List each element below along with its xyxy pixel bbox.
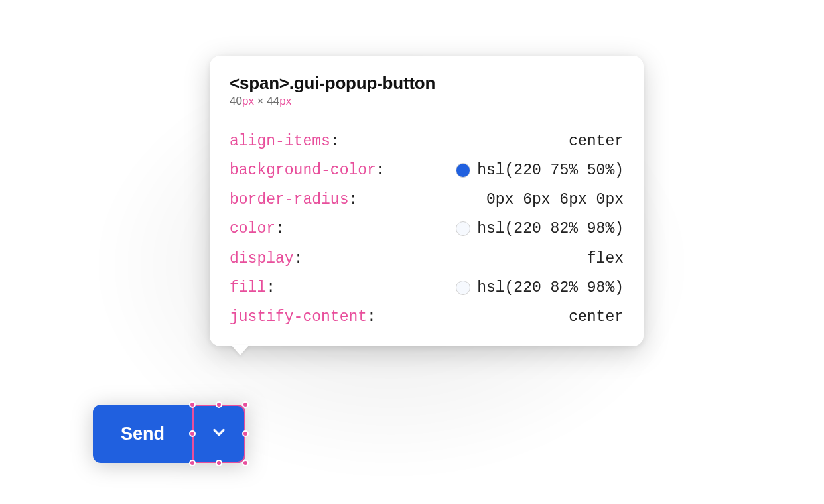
- dim-unit-w: px: [242, 95, 254, 107]
- css-property-value: hsl(220 75% 50%): [456, 162, 624, 178]
- css-property-name: color:: [230, 221, 285, 237]
- inspector-tooltip: <span>.gui-popup-button 40px × 44px alig…: [210, 56, 644, 346]
- chevron-down-icon: [210, 423, 228, 444]
- css-property-name: border-radius:: [230, 192, 358, 208]
- css-property-name: fill:: [230, 280, 275, 296]
- selection-handle[interactable]: [216, 460, 222, 466]
- color-swatch: [456, 221, 470, 236]
- send-button[interactable]: Send: [93, 405, 192, 463]
- tooltip-header: <span>.gui-popup-button 40px × 44px: [230, 73, 624, 108]
- css-property-value: hsl(220 82% 98%): [456, 221, 624, 237]
- dim-sep: ×: [254, 95, 267, 107]
- css-property-name: align-items:: [230, 133, 340, 149]
- css-property-name: background-color:: [230, 162, 385, 178]
- selection-handle[interactable]: [242, 430, 249, 437]
- css-property-name: display:: [230, 251, 303, 267]
- css-property-row: justify-content:center: [230, 302, 624, 332]
- dim-height: 44: [267, 95, 279, 107]
- css-property-value: center: [569, 309, 624, 325]
- css-property-name: justify-content:: [230, 309, 376, 325]
- css-property-row: fill:hsl(220 82% 98%): [230, 273, 624, 302]
- css-property-list: align-items:centerbackground-color:hsl(2…: [230, 127, 624, 332]
- css-property-row: color:hsl(220 82% 98%): [230, 214, 624, 243]
- css-property-row: border-radius:0px 6px 6px 0px: [230, 185, 624, 214]
- dimensions-text: 40px × 44px: [230, 95, 624, 108]
- css-property-value: flex: [587, 251, 624, 267]
- css-property-value: center: [569, 133, 624, 149]
- css-property-row: background-color:hsl(220 75% 50%): [230, 156, 624, 185]
- css-property-value: hsl(220 82% 98%): [456, 280, 624, 296]
- color-swatch: [456, 281, 470, 295]
- split-button: Send: [93, 405, 245, 463]
- selection-handle[interactable]: [242, 401, 249, 408]
- css-property-value: 0px 6px 6px 0px: [486, 192, 624, 208]
- css-property-row: display:flex: [230, 244, 624, 273]
- css-property-row: align-items:center: [230, 127, 624, 156]
- selector-text: <span>.gui-popup-button: [230, 73, 624, 94]
- color-swatch: [456, 163, 470, 178]
- selection-handle[interactable]: [216, 401, 222, 408]
- dim-unit-h: px: [279, 95, 291, 107]
- dim-width: 40: [230, 95, 242, 107]
- popup-button[interactable]: [192, 405, 245, 463]
- send-button-label: Send: [121, 424, 165, 444]
- selection-handle[interactable]: [242, 460, 249, 466]
